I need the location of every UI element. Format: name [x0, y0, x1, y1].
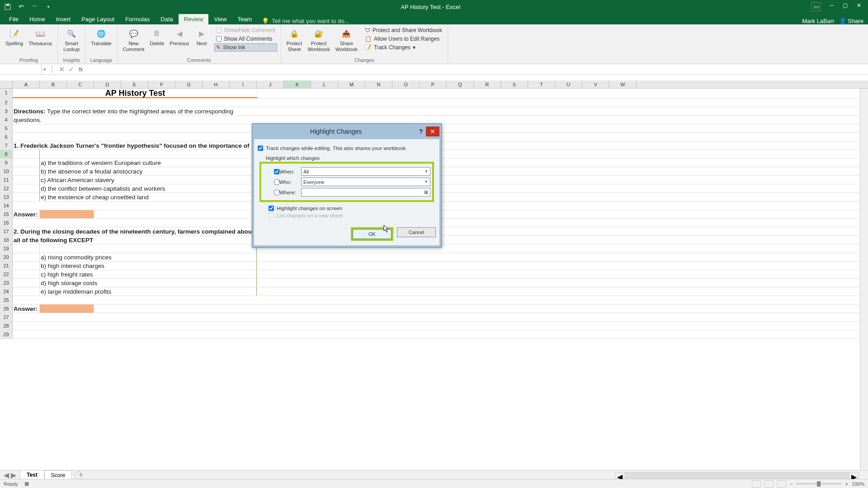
tab-insert[interactable]: Insert [51, 14, 76, 24]
row-header[interactable]: 25 [0, 296, 13, 304]
show-all-comments-button[interactable]: Show All Comments [214, 35, 277, 43]
row-header[interactable]: 10 [0, 167, 13, 175]
where-checkbox[interactable] [274, 190, 279, 195]
col-header[interactable]: T [528, 80, 555, 88]
show-ink-button[interactable]: ✎ Show Ink [214, 43, 277, 52]
row-header[interactable]: 15 [0, 210, 13, 218]
share-workbook-button[interactable]: 📤Share Workbook [334, 26, 359, 53]
answer-option[interactable]: c) high freight rates [40, 270, 257, 278]
question-2-cont[interactable]: all of the following EXCEPT [13, 236, 40, 244]
row-header[interactable]: 11 [0, 176, 13, 184]
where-input[interactable]: ⊞ [301, 188, 430, 197]
smart-lookup-button[interactable]: 🔍Smart Lookup [61, 26, 81, 53]
tab-file[interactable]: File [4, 14, 24, 24]
col-header[interactable]: D [94, 80, 121, 88]
row-header[interactable]: 18 [0, 236, 13, 244]
track-changes-button[interactable]: 📝 Track Changes ▾ [363, 43, 444, 52]
row-header[interactable]: 9 [0, 159, 13, 167]
horizontal-scrollbar[interactable]: ◀▶ [83, 472, 868, 479]
col-header[interactable]: B [40, 80, 67, 88]
row-header[interactable]: 2 [0, 99, 13, 107]
qa-customize-icon[interactable]: ▼ [44, 3, 52, 11]
col-header[interactable]: F [148, 80, 175, 88]
zoom-level[interactable]: 100% [852, 481, 864, 487]
tab-data[interactable]: Data [155, 14, 178, 24]
answer-input-cell[interactable] [40, 305, 94, 313]
add-sheet-icon[interactable]: + [75, 471, 83, 479]
answer-option[interactable]: d) the conflict between capitalists and … [40, 184, 67, 192]
question-1[interactable]: 1. Frederick Jackson Turner's "frontier … [13, 141, 40, 150]
row-header[interactable]: 26 [0, 305, 13, 313]
row-header[interactable]: 29 [0, 330, 13, 338]
col-header[interactable]: L [311, 80, 338, 88]
ribbon-options-icon[interactable]: ▭ [811, 2, 821, 11]
save-icon[interactable] [4, 3, 12, 11]
tab-home[interactable]: Home [24, 14, 51, 24]
translate-button[interactable]: 🌐Translate [89, 26, 113, 47]
row-header[interactable]: 8 [0, 150, 13, 158]
close-icon[interactable]: ✕ [857, 2, 861, 11]
answer-label[interactable]: Answer: [13, 210, 40, 218]
sheet-next-icon[interactable]: ▶ [11, 471, 16, 479]
cancel-formula-icon[interactable]: ✕ [59, 65, 65, 74]
row-header[interactable]: 16 [0, 219, 13, 227]
fx-icon[interactable]: fx [77, 66, 85, 73]
zoom-in-icon[interactable]: + [845, 481, 848, 487]
col-header[interactable]: R [474, 80, 501, 88]
answer-option[interactable]: c) African American slavery [40, 176, 67, 184]
row-header[interactable]: 23 [0, 279, 13, 287]
col-header[interactable]: M [338, 80, 365, 88]
answer-input-cell[interactable] [40, 210, 94, 218]
col-header[interactable]: K [284, 80, 311, 88]
col-header[interactable]: J [257, 80, 284, 88]
answer-option[interactable]: a) rising commodity prices [40, 253, 257, 261]
previous-comment-button[interactable]: ◀Previous [168, 26, 191, 47]
row-header[interactable]: 19 [0, 244, 13, 253]
who-checkbox[interactable] [274, 179, 279, 185]
answer-option[interactable]: b) the absense of a feudal aristocracy [40, 167, 67, 175]
enter-formula-icon[interactable]: ✓ [68, 65, 74, 74]
dialog-close-icon[interactable]: ✕ [426, 127, 439, 136]
next-comment-button[interactable]: ▶Next [193, 26, 211, 47]
macro-icon[interactable]: ▦ [24, 481, 29, 487]
col-header[interactable]: W [609, 80, 637, 88]
new-comment-button[interactable]: 💬New Comment [121, 26, 146, 53]
user-name[interactable]: Mark LaBarr [802, 18, 835, 24]
col-header[interactable]: S [501, 80, 528, 88]
col-header[interactable]: G [175, 80, 203, 88]
row-header[interactable]: 14 [0, 202, 13, 210]
answer-label[interactable]: Answer: [13, 305, 40, 313]
answer-option[interactable]: d) high storage costs [40, 279, 257, 287]
spelling-button[interactable]: 📝Spelling [4, 26, 25, 47]
col-header[interactable]: C [67, 80, 94, 88]
maximize-icon[interactable]: ▢ [843, 2, 848, 11]
col-header[interactable]: P [420, 80, 447, 88]
row-header[interactable]: 17 [0, 227, 13, 235]
col-header[interactable]: O [392, 80, 420, 88]
tell-me-search[interactable]: 💡 Tell me what you want to do... [257, 18, 802, 24]
row-header[interactable]: 6 [0, 133, 13, 141]
view-page-layout-icon[interactable] [764, 480, 774, 488]
delete-comment-button[interactable]: 🗑Delete [148, 26, 166, 47]
tab-view[interactable]: View [208, 14, 232, 24]
name-box[interactable] [0, 64, 42, 75]
title-cell[interactable]: AP History Test [13, 89, 258, 98]
sheet-prev-icon[interactable]: ◀ [4, 471, 9, 479]
redo-icon[interactable] [31, 3, 39, 11]
name-box-dropdown-icon[interactable]: ▼ [42, 67, 48, 72]
row-header[interactable]: 27 [0, 313, 13, 321]
row-header[interactable]: 28 [0, 322, 13, 330]
thesaurus-button[interactable]: 📖Thesaurus [27, 26, 54, 47]
row-header[interactable]: 21 [0, 262, 13, 270]
col-header[interactable]: I [230, 80, 257, 88]
dialog-help-icon[interactable]: ? [416, 128, 426, 135]
answer-option[interactable]: e) the existence of cheap unsettled land [40, 193, 67, 201]
row-header[interactable]: 12 [0, 184, 13, 192]
question-2[interactable]: 2. During the closing decades of the nin… [13, 227, 40, 235]
vertical-scrollbar[interactable] [860, 89, 868, 470]
col-header[interactable]: E [121, 80, 148, 88]
row-header[interactable]: 13 [0, 193, 13, 201]
undo-icon[interactable] [17, 3, 25, 11]
tab-review[interactable]: Review [179, 14, 209, 24]
answer-option[interactable]: a) the traditions of western European cu… [40, 159, 67, 167]
